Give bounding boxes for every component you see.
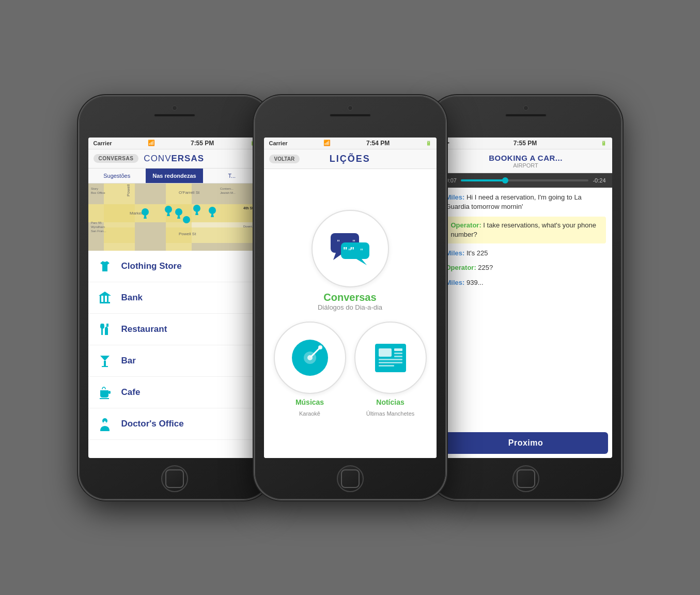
audio-bar: 0:07 -0:24: [440, 173, 612, 188]
home-button-3[interactable]: [512, 465, 539, 492]
svg-rect-71: [379, 359, 402, 360]
nav-bar-3: BOOKING A CAR... AIRPORT: [440, 149, 612, 173]
next-button[interactable]: Proximo: [444, 432, 608, 454]
noticias-subtitle: Últimas Manchetes: [366, 410, 415, 417]
audio-thumb: [502, 177, 508, 184]
svg-rect-36: [100, 302, 110, 303]
operator-speaker-1: Operator:: [451, 221, 484, 229]
tab-nas-redondezas[interactable]: Nas redondezas: [146, 169, 203, 183]
list-item-cafe[interactable]: Cafe: [88, 377, 261, 408]
battery-3: 🔋: [601, 141, 606, 146]
svg-text:Story: Story: [91, 187, 98, 190]
category-musicas[interactable]: Músicas Karaokê: [274, 322, 346, 417]
svg-text:San Fran...: San Fran...: [91, 230, 106, 233]
miles-speaker-3: Miles:: [446, 279, 466, 286]
phone-top-1: [133, 105, 216, 117]
bar-label: Bar: [121, 356, 136, 366]
svg-rect-46: [102, 366, 108, 367]
phone-top-3: [485, 105, 567, 117]
svg-text:Box Office: Box Office: [91, 191, 105, 194]
svg-rect-66: [375, 344, 406, 372]
tab-sugestoes[interactable]: Sugestões: [88, 169, 146, 183]
bank-label: Bank: [121, 293, 143, 303]
carrier-1: Carrier: [94, 140, 112, 146]
phone-top-2: [309, 105, 392, 117]
nav-title-3: BOOKING A CAR...: [446, 154, 606, 162]
tabs-bar-1: Sugestões Nas redondezas T...: [88, 169, 261, 184]
vinyl-icon: [289, 337, 331, 378]
speaker-1: [154, 114, 195, 117]
shirt-icon: [96, 257, 114, 276]
list-item-bar[interactable]: Bar: [88, 345, 261, 377]
svg-text:Wyndham: Wyndham: [91, 225, 105, 228]
noticias-title: Notícias: [376, 398, 404, 406]
list-item-restaurant[interactable]: Restaurant: [88, 314, 261, 345]
back-button-1[interactable]: CONVERSAS: [94, 154, 139, 163]
wifi-icon-1: 📶: [148, 140, 155, 146]
tab-more[interactable]: T...: [203, 169, 260, 183]
svg-rect-67: [379, 348, 392, 357]
time-2: 7:54 PM: [366, 140, 390, 147]
screen-3: ➤ 7:55 PM 🔋 BOOKING A CAR... AIRPORT 0:0…: [440, 138, 612, 458]
miles-text-3: 939...: [466, 279, 484, 286]
category-conversas[interactable]: " " " " " " Conversas Diálogos do Dia-a-…: [312, 210, 389, 311]
miles-text-2: It's 225: [466, 249, 488, 257]
cafe-label: Cafe: [121, 387, 141, 398]
chat-line-1: Miles: Hi I need a reservation, I'm goin…: [446, 193, 606, 211]
svg-point-21: [183, 216, 190, 223]
svg-text:Contem...: Contem...: [220, 187, 234, 190]
list-item-bank[interactable]: Bank: [88, 282, 261, 314]
list-item-clothing[interactable]: Clothing Store: [88, 251, 261, 282]
status-bar-1: Carrier 📶 7:55 PM 🔋: [88, 138, 261, 149]
audio-track[interactable]: [461, 179, 589, 181]
nav-subtitle-3: AIRPORT: [446, 162, 606, 169]
list-container-1: Clothing Store Bank: [88, 251, 261, 458]
musicas-circle[interactable]: [274, 322, 346, 394]
bar-icon: [96, 352, 114, 370]
list-item-doctor[interactable]: Doctor's Office: [88, 408, 261, 440]
speaker-3: [505, 114, 547, 117]
svg-rect-72: [379, 362, 402, 363]
back-button-2[interactable]: VOLTAR: [269, 155, 300, 163]
musicas-subtitle: Karaokê: [299, 410, 320, 417]
svg-text:": ": [353, 238, 355, 247]
home-button-2[interactable]: [337, 465, 364, 492]
licoes-content: " " " " " " Conversas Diálogos do Dia-a-…: [264, 169, 437, 458]
svg-rect-48: [100, 398, 109, 399]
svg-text:Jewish M...: Jewish M...: [220, 191, 236, 194]
svg-rect-43: [107, 324, 108, 327]
screen-1: Carrier 📶 7:55 PM 🔋 CONVERSAS CONVERSAS …: [88, 138, 261, 458]
camera-3: [523, 105, 528, 111]
svg-text:Powell St: Powell St: [179, 232, 196, 236]
svg-rect-73: [379, 365, 394, 367]
svg-rect-42: [106, 324, 107, 327]
svg-rect-6: [135, 184, 166, 204]
svg-rect-10: [135, 222, 166, 251]
home-button-inner-3: [517, 469, 535, 488]
category-noticias[interactable]: Notícias Últimas Manchetes: [354, 322, 427, 417]
restaurant-icon: [96, 320, 114, 339]
chat-bubbles-icon: " " " " " ": [328, 228, 372, 269]
conversas-subtitle: Diálogos do Dia-a-dia: [318, 303, 382, 311]
carrier-2: Carrier: [269, 140, 288, 146]
svg-rect-4: [88, 227, 261, 243]
svg-text:O'Farrell St: O'Farrell St: [179, 190, 200, 195]
chat-area: Miles: Hi I need a reservation, I'm goin…: [440, 188, 612, 428]
status-bar-2: Carrier 📶 7:54 PM 🔋: [264, 138, 437, 149]
noticias-circle[interactable]: [354, 322, 427, 394]
svg-rect-37: [100, 296, 101, 302]
svg-rect-11: [192, 243, 261, 251]
svg-text:Downt...: Downt...: [243, 225, 255, 228]
miles-speaker-1: Miles:: [446, 193, 466, 201]
conversas-circle[interactable]: " " " " " ": [312, 210, 389, 287]
home-button-1[interactable]: [161, 465, 188, 492]
audio-current-time: 0:07: [446, 177, 457, 184]
cafe-icon: [96, 383, 114, 402]
phone-1: Carrier 📶 7:55 PM 🔋 CONVERSAS CONVERSAS …: [79, 96, 270, 499]
phone-2: Carrier 📶 7:54 PM 🔋 VOLTAR LIÇÕES: [255, 96, 446, 499]
miles-speaker-2: Miles:: [446, 249, 466, 257]
screen-2: Carrier 📶 7:54 PM 🔋 VOLTAR LIÇÕES: [264, 138, 437, 458]
svg-text:Powell: Powell: [126, 184, 131, 196]
nav-bar-2: VOLTAR LIÇÕES: [264, 149, 437, 169]
svg-marker-55: [356, 259, 367, 265]
